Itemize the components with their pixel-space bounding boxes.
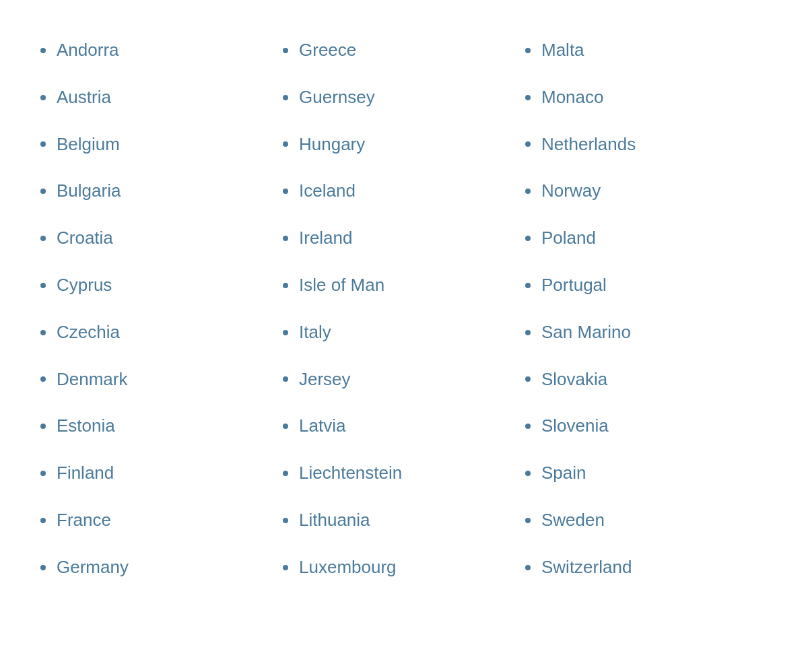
list-item: Finland — [40, 450, 283, 497]
country-name: Bulgaria — [57, 180, 121, 203]
bullet-icon — [525, 565, 531, 570]
country-name: Switzerland — [541, 556, 632, 579]
list-item: Belgium — [40, 121, 283, 168]
bullet-icon — [40, 471, 46, 476]
bullet-icon — [283, 236, 288, 241]
bullet-icon — [40, 189, 46, 194]
country-name: Malta — [541, 39, 584, 62]
country-name: Finland — [57, 462, 114, 485]
column-3: MaltaMonacoNetherlandsNorwayPolandPortug… — [525, 27, 768, 591]
bullet-icon — [283, 565, 288, 570]
bullet-icon — [40, 424, 46, 429]
bullet-icon — [525, 424, 531, 429]
bullet-icon — [40, 565, 46, 570]
country-name: Ireland — [299, 227, 353, 250]
bullet-icon — [283, 376, 288, 382]
bullet-icon — [525, 48, 531, 53]
list-item: Bulgaria — [40, 168, 283, 215]
list-item: Andorra — [40, 27, 283, 74]
country-name: Iceland — [299, 180, 356, 203]
bullet-icon — [525, 189, 531, 194]
list-item: Poland — [525, 215, 768, 262]
bullet-icon — [40, 48, 46, 53]
list-item: Czechia — [40, 309, 283, 356]
list-item: Denmark — [40, 356, 283, 403]
country-name: Denmark — [57, 368, 127, 391]
bullet-icon — [40, 236, 46, 241]
country-name: Luxembourg — [299, 556, 397, 579]
column-2: GreeceGuernseyHungaryIcelandIrelandIsle … — [283, 27, 525, 591]
list-item: Portugal — [525, 262, 768, 309]
list-item: Monaco — [525, 74, 768, 121]
list-item: Jersey — [283, 356, 525, 403]
country-name: Belgium — [57, 133, 120, 156]
country-name: Andorra — [57, 39, 119, 62]
bullet-icon — [40, 95, 46, 100]
country-name: Portugal — [541, 274, 607, 297]
country-name: Germany — [57, 556, 129, 579]
bullet-icon — [283, 141, 288, 147]
list-item: Sweden — [525, 497, 768, 544]
list-item: Spain — [525, 450, 768, 497]
bullet-icon — [525, 141, 531, 147]
bullet-icon — [283, 471, 288, 476]
bullet-icon — [525, 330, 531, 335]
bullet-icon — [283, 95, 288, 100]
bullet-icon — [525, 95, 531, 100]
country-name: France — [57, 509, 111, 532]
country-name: Slovakia — [541, 368, 607, 391]
list-item: Cyprus — [40, 262, 283, 309]
list-item: Austria — [40, 74, 283, 121]
list-item: Slovakia — [525, 356, 768, 403]
list-item: Greece — [283, 27, 525, 74]
country-name: Hungary — [299, 133, 365, 156]
country-name: Italy — [299, 321, 331, 344]
list-item: Italy — [283, 309, 525, 356]
bullet-icon — [40, 141, 46, 147]
country-name: Monaco — [541, 86, 604, 109]
list-item: Germany — [40, 544, 283, 591]
country-name: Guernsey — [299, 86, 375, 109]
country-name: Isle of Man — [299, 274, 384, 297]
country-name: Cyprus — [57, 274, 112, 297]
bullet-icon — [283, 424, 288, 429]
list-item: Latvia — [283, 403, 525, 450]
list-item: Netherlands — [525, 121, 768, 168]
list-item: Luxembourg — [283, 544, 525, 591]
country-name: Netherlands — [541, 133, 636, 156]
list-item: Liechtenstein — [283, 450, 525, 497]
bullet-icon — [525, 376, 531, 382]
bullet-icon — [283, 518, 288, 523]
bullet-icon — [283, 330, 288, 335]
country-name: Poland — [541, 227, 596, 250]
list-item: Norway — [525, 168, 768, 215]
country-name: Norway — [541, 180, 601, 203]
country-name: Greece — [299, 39, 356, 62]
list-item: Guernsey — [283, 74, 525, 121]
bullet-icon — [283, 283, 288, 288]
bullet-icon — [283, 189, 288, 194]
country-name: Latvia — [299, 415, 345, 438]
list-item: San Marino — [525, 309, 768, 356]
country-name: Jersey — [299, 368, 351, 391]
country-name: Slovenia — [541, 415, 609, 438]
country-name: Czechia — [57, 321, 120, 344]
list-item: Switzerland — [525, 544, 768, 591]
column-1: AndorraAustriaBelgiumBulgariaCroatiaCypr… — [40, 27, 283, 591]
list-item: France — [40, 497, 283, 544]
country-name: Liechtenstein — [299, 462, 402, 485]
country-name: Croatia — [57, 227, 113, 250]
country-list: AndorraAustriaBelgiumBulgariaCroatiaCypr… — [40, 27, 768, 591]
list-item: Hungary — [283, 121, 525, 168]
country-name: Austria — [57, 86, 111, 109]
list-item: Croatia — [40, 215, 283, 262]
list-item: Slovenia — [525, 403, 768, 450]
bullet-icon — [525, 283, 531, 288]
list-item: Iceland — [283, 168, 525, 215]
bullet-icon — [40, 283, 46, 288]
list-item: Isle of Man — [283, 262, 525, 309]
list-item: Ireland — [283, 215, 525, 262]
country-name: Spain — [541, 462, 586, 485]
bullet-icon — [40, 376, 46, 382]
bullet-icon — [525, 236, 531, 241]
